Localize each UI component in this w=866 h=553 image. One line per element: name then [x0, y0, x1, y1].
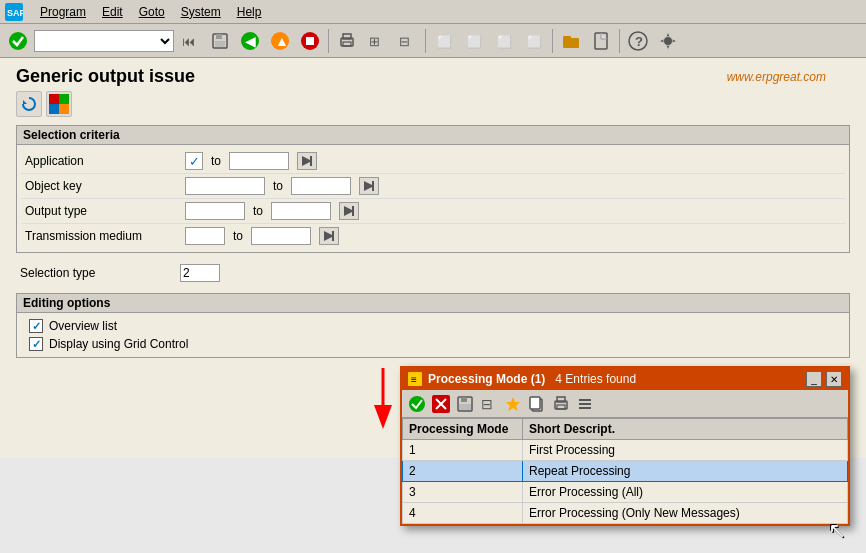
object-key-label: Object key — [25, 179, 185, 193]
save-btn[interactable] — [206, 27, 234, 55]
back-check-button[interactable] — [4, 27, 32, 55]
svg-rect-51 — [461, 397, 467, 402]
output-type-from[interactable] — [185, 202, 245, 220]
popup-print-btn[interactable] — [550, 393, 572, 415]
desc-cell: Error Processing (All) — [523, 482, 848, 503]
separator-4 — [619, 29, 620, 53]
settings-btn[interactable] — [654, 27, 682, 55]
output-type-nav-btn[interactable] — [339, 202, 359, 220]
application-checkbox[interactable]: ✓ — [185, 152, 203, 170]
menu-help[interactable]: Help — [229, 3, 270, 21]
main-content: Generic output issue www.erpgreat.com Se… — [0, 58, 866, 458]
doc-btn[interactable] — [587, 27, 615, 55]
selection-criteria-body: Application ✓ to Object key to — [16, 145, 850, 253]
transmission-medium-to-input[interactable] — [251, 227, 311, 245]
folder-btn[interactable] — [557, 27, 585, 55]
svg-text:⬜: ⬜ — [437, 34, 452, 49]
popup-star-btn[interactable] — [502, 393, 524, 415]
table-row[interactable]: 4Error Processing (Only New Messages) — [403, 503, 848, 524]
page-first-btn[interactable]: ⬜ — [430, 27, 458, 55]
stop-btn[interactable] — [296, 27, 324, 55]
watermark: www.erpgreat.com — [727, 70, 826, 84]
page-next-btn[interactable]: ⬜ — [490, 27, 518, 55]
transmission-medium-row: Transmission medium to — [21, 224, 845, 248]
separator-2 — [425, 29, 426, 53]
refresh-icon[interactable] — [16, 91, 42, 117]
svg-text:⊟: ⊟ — [481, 396, 493, 412]
object-key-to-input[interactable] — [291, 177, 351, 195]
selection-type-input[interactable] — [180, 264, 220, 282]
separator-1 — [328, 29, 329, 53]
popup-minimize-btn[interactable]: _ — [806, 371, 822, 387]
menu-edit[interactable]: Edit — [94, 3, 131, 21]
svg-rect-56 — [530, 397, 540, 409]
svg-text:⊞: ⊞ — [369, 34, 380, 49]
svg-rect-35 — [310, 156, 312, 166]
table-row[interactable]: 1First Processing — [403, 440, 848, 461]
svg-text:SAP: SAP — [7, 8, 23, 18]
up-btn[interactable]: ▲ — [266, 27, 294, 55]
transaction-combo[interactable] — [34, 30, 174, 52]
table-row[interactable]: 2Repeat Processing — [403, 461, 848, 482]
popup-save-btn[interactable] — [454, 393, 476, 415]
desc-cell: First Processing — [523, 440, 848, 461]
popup-cancel-btn[interactable] — [430, 393, 452, 415]
svg-marker-29 — [23, 100, 27, 104]
print-btn[interactable] — [333, 27, 361, 55]
back-btn[interactable]: ◀ — [236, 27, 264, 55]
svg-text:⊟: ⊟ — [399, 34, 410, 49]
desc-cell: Error Processing (Only New Messages) — [523, 503, 848, 524]
svg-text:▲: ▲ — [275, 33, 289, 49]
selection-criteria-section: Selection criteria Application ✓ to — [16, 125, 850, 253]
editing-options-header: Editing options — [16, 293, 850, 313]
sap-logo-icon: SAP — [4, 2, 24, 22]
svg-text:⏮: ⏮ — [182, 34, 195, 49]
table-row[interactable]: 3Error Processing (All) — [403, 482, 848, 503]
output-type-label: Output type — [25, 204, 185, 218]
svg-point-2 — [9, 32, 27, 50]
menu-goto[interactable]: Goto — [131, 3, 173, 21]
col-mode-header: Processing Mode — [403, 419, 523, 440]
svg-rect-15 — [343, 42, 351, 46]
transmission-medium-to: to — [233, 229, 243, 243]
output-type-to-input[interactable] — [271, 202, 331, 220]
application-label: Application — [25, 154, 185, 168]
object-key-from[interactable] — [185, 177, 265, 195]
svg-text:◀: ◀ — [245, 33, 256, 49]
table-header-row: Processing Mode Short Descript. — [403, 419, 848, 440]
find-btn[interactable]: ⊞ — [363, 27, 391, 55]
object-key-nav-btn[interactable] — [359, 177, 379, 195]
popup-confirm-btn[interactable] — [406, 393, 428, 415]
svg-rect-23 — [563, 36, 571, 40]
mode-cell: 2 — [403, 461, 523, 482]
menu-program[interactable]: Program — [32, 3, 94, 21]
editing-options-body: ✓ Overview list ✓ Display using Grid Con… — [16, 313, 850, 358]
svg-text:?: ? — [635, 34, 643, 49]
popup-copy-btn[interactable] — [526, 393, 548, 415]
grid-control-checkbox[interactable]: ✓ — [29, 337, 43, 351]
popup-search-btn[interactable]: ⊟ — [478, 393, 500, 415]
popup-title-bar: ≡ Processing Mode (1) 4 Entries found _ … — [402, 368, 848, 390]
transmission-medium-label: Transmission medium — [25, 229, 185, 243]
transmission-medium-from[interactable] — [185, 227, 225, 245]
overview-list-checkbox[interactable]: ✓ — [29, 319, 43, 333]
svg-rect-31 — [59, 94, 69, 104]
popup-window-buttons: _ ✕ — [806, 371, 842, 387]
help-btn[interactable]: ? — [624, 27, 652, 55]
application-nav-btn[interactable] — [297, 152, 317, 170]
svg-rect-30 — [49, 94, 59, 104]
find-next-btn[interactable]: ⊟ — [393, 27, 421, 55]
transmission-medium-nav-btn[interactable] — [319, 227, 339, 245]
page-last-btn[interactable]: ⬜ — [520, 27, 548, 55]
page-prev-btn[interactable]: ⬜ — [460, 27, 488, 55]
application-to-input[interactable] — [229, 152, 289, 170]
application-row: Application ✓ to — [21, 149, 845, 174]
selection-type-row: Selection type — [16, 261, 850, 285]
application-to: to — [211, 154, 221, 168]
menu-system[interactable]: System — [173, 3, 229, 21]
popup-close-btn[interactable]: ✕ — [826, 371, 842, 387]
toolbar: ⏮ ◀ ▲ ⊞ — [0, 24, 866, 58]
first-btn[interactable]: ⏮ — [176, 27, 204, 55]
multicolor-icon[interactable] — [46, 91, 72, 117]
popup-settings-btn[interactable] — [574, 393, 596, 415]
